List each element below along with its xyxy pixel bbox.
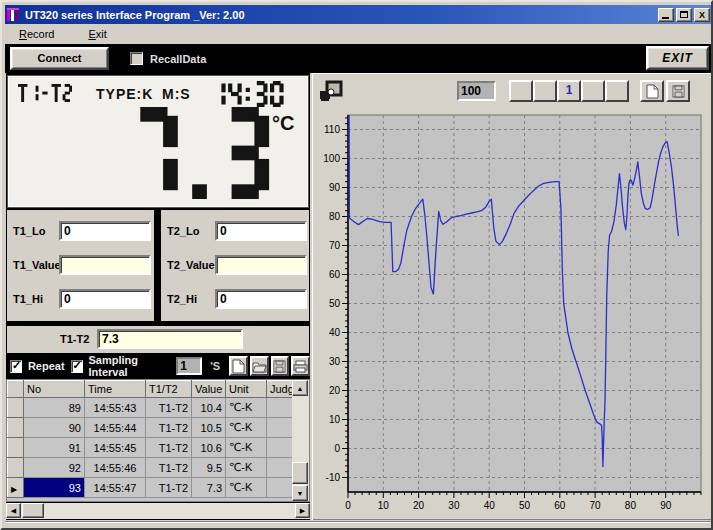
lcd-ms-label: M:S	[162, 86, 191, 102]
page-button-2[interactable]	[533, 80, 557, 102]
repeat-checkbox[interactable]: ✓	[10, 360, 22, 373]
svg-text:10: 10	[329, 414, 341, 425]
t2-lo-input[interactable]	[215, 221, 307, 241]
svg-text:40: 40	[484, 500, 496, 511]
t1-hi-input[interactable]	[59, 289, 151, 309]
scroll-right-button[interactable]: ▶	[295, 503, 310, 518]
open-folder-icon	[252, 360, 267, 373]
row-selector[interactable]	[8, 458, 24, 478]
app-window: UT320 series Interface Program _Ver: 2.0…	[0, 0, 713, 530]
scroll-up-button[interactable]: ▲	[292, 380, 308, 396]
page-button-4[interactable]	[581, 80, 605, 102]
menu-record[interactable]: Record	[15, 26, 58, 42]
col-channel[interactable]: T1/T2	[146, 381, 192, 398]
print-record-button[interactable]	[291, 356, 310, 376]
lcd-unit-label: °C	[272, 112, 294, 135]
page-button-current[interactable]: 1	[557, 80, 581, 102]
svg-text:-10: -10	[326, 472, 341, 483]
app-icon	[7, 8, 21, 22]
interval-checkbox[interactable]: ✓	[71, 360, 83, 373]
command-bar: Connect RecallData EXIT	[5, 44, 712, 73]
svg-text:50: 50	[519, 500, 531, 511]
chart-new-button[interactable]	[640, 80, 664, 102]
open-record-button[interactable]	[250, 356, 269, 376]
new-record-button[interactable]	[229, 356, 247, 376]
data-table: No Time T1/T2 Value Unit Judge 89 14:55:…	[6, 379, 310, 502]
chart-save-button[interactable]	[666, 80, 690, 102]
recalldata-checkbox[interactable]	[130, 52, 143, 65]
table-row-selected[interactable]: ▶ 93 14:55:47 T1-T2 7.3 ℃-K	[8, 478, 294, 498]
scroll-left-button[interactable]: ◀	[6, 503, 21, 518]
svg-text:20: 20	[413, 500, 425, 511]
title-bar[interactable]: UT320 series Interface Program _Ver: 2.0…	[5, 5, 712, 24]
exit-button[interactable]: EXIT	[646, 46, 709, 70]
lcd-type-label: TYPE:K	[96, 86, 153, 102]
scroll-down-button[interactable]: ▼	[292, 485, 308, 501]
svg-text:100: 100	[323, 153, 340, 164]
left-panel: TYPE:K M:S °C T1_Lo T1_Value T1_Hi T2_Lo…	[6, 73, 310, 520]
save-floppy-icon	[273, 360, 286, 373]
diff-value-input[interactable]	[97, 329, 243, 349]
t2-lo-label: T2_Lo	[167, 225, 199, 237]
row-selector[interactable]	[8, 398, 24, 418]
t2-hi-label: T2_Hi	[167, 293, 197, 305]
scale-input[interactable]	[457, 81, 496, 101]
hscroll-thumb[interactable]	[22, 503, 44, 518]
svg-text:40: 40	[329, 327, 341, 338]
row-selector[interactable]	[8, 438, 24, 458]
svg-text:50: 50	[329, 298, 341, 309]
row-selector[interactable]	[8, 418, 24, 438]
svg-text:90: 90	[329, 182, 341, 193]
maximize-button[interactable]	[676, 8, 692, 22]
save-floppy-icon	[672, 85, 685, 98]
page-button-group: 1	[509, 80, 629, 102]
svg-text:20: 20	[329, 385, 341, 396]
t2-hi-input[interactable]	[215, 289, 307, 309]
table-vertical-scrollbar[interactable]: ▲ ▼	[292, 380, 309, 501]
vscroll-thumb[interactable]	[292, 462, 308, 484]
menu-exit[interactable]: Exit	[84, 26, 110, 42]
svg-text:80: 80	[329, 211, 341, 222]
t1-value-label: T1_Value	[13, 259, 61, 271]
col-no[interactable]: No	[24, 381, 85, 398]
t1-value-input[interactable]	[59, 255, 151, 275]
col-time[interactable]: Time	[85, 381, 146, 398]
close-button[interactable]: X	[694, 8, 710, 22]
svg-text:80: 80	[625, 500, 637, 511]
row-selector-current[interactable]: ▶	[8, 478, 24, 498]
table-row[interactable]: 89 14:55:43 T1-T2 10.4 ℃-K	[8, 398, 294, 418]
svg-text:90: 90	[660, 500, 672, 511]
table-row[interactable]: 91 14:55:45 T1-T2 10.6 ℃-K	[8, 438, 294, 458]
trend-chart: 0102030405060708090-10010203040506070809…	[314, 103, 710, 517]
page-button-1[interactable]	[509, 80, 533, 102]
col-unit[interactable]: Unit	[226, 381, 267, 398]
table-header-row: No Time T1/T2 Value Unit Judge	[8, 381, 294, 398]
svg-text:60: 60	[554, 500, 566, 511]
connect-button[interactable]: Connect	[10, 47, 109, 70]
col-value[interactable]: Value	[192, 381, 226, 398]
new-file-icon	[646, 84, 659, 99]
table-horizontal-scrollbar[interactable]: ◀ ▶	[6, 503, 310, 519]
minimize-button[interactable]	[658, 8, 674, 22]
svg-text:30: 30	[329, 356, 341, 367]
page-button-5[interactable]	[605, 80, 629, 102]
t1-lo-input[interactable]	[59, 221, 151, 241]
save-record-button[interactable]	[271, 356, 289, 376]
table-row[interactable]: 90 14:55:44 T1-T2 10.5 ℃-K	[8, 418, 294, 438]
difference-row: T1-T2	[7, 326, 309, 353]
t1-hi-label: T1_Hi	[13, 293, 43, 305]
selector-header[interactable]	[8, 381, 24, 398]
repeat-label: Repeat	[28, 360, 65, 372]
table-row[interactable]: 92 14:55:46 T1-T2 9.5 ℃-K	[8, 458, 294, 478]
menu-bar: Record Exit	[5, 24, 712, 44]
lcd-display: TYPE:K M:S °C	[7, 75, 309, 208]
t1-lo-label: T1_Lo	[13, 225, 45, 237]
printer-icon	[293, 360, 308, 373]
selected-cell[interactable]: 93	[24, 478, 85, 498]
t2-value-input[interactable]	[215, 255, 307, 275]
diff-label: T1-T2	[60, 333, 89, 345]
chart-mode-icon	[319, 79, 345, 103]
col-judge[interactable]: Judge	[267, 381, 294, 398]
svg-text:60: 60	[329, 269, 341, 280]
interval-input[interactable]	[176, 357, 202, 375]
